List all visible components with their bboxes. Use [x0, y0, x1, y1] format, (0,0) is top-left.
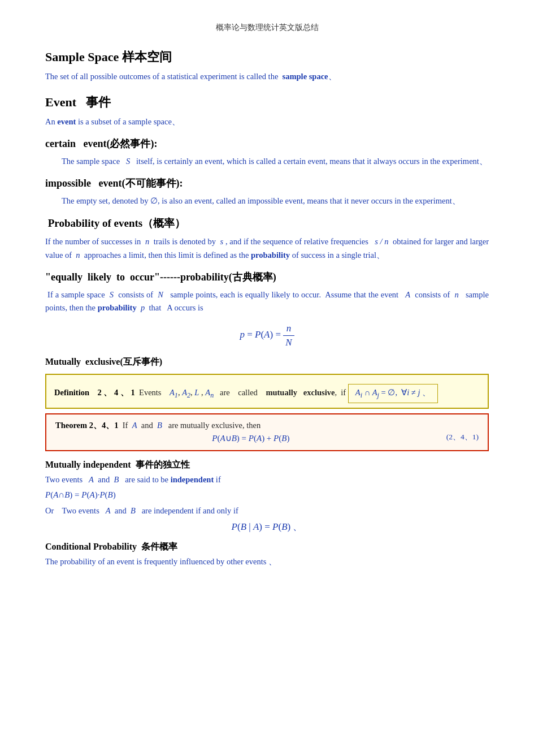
section-equally-likely: "equally likely to occur"------probabili… [45, 270, 489, 349]
heading-certain-event: certain event(必然事件): [45, 137, 489, 150]
section-sample-space: Sample Space 样本空间 The set of all possibl… [45, 49, 489, 84]
body-conditional-probability: The probability of an event is frequentl… [45, 555, 489, 569]
theorem-ref: (2、4、1) [446, 432, 479, 442]
definition-box: Definition 2 、 4 、 1 Events A1, A2, L , … [45, 374, 489, 409]
formula-independent-2: P(B | A) = P(B) 、 [45, 520, 489, 533]
body-certain-event: The sample space S itself, is certainly … [45, 155, 489, 169]
bold-sample-space: sample space [283, 72, 328, 81]
body-equally-likely: If a sample space S consists of N sample… [45, 288, 489, 316]
page-title: 概率论与数理统计英文版总结 [45, 23, 489, 33]
section-mutually-independent: Mutually independent 事件的独立性 Two events A… [45, 459, 489, 533]
section-event: Event 事件 An event is a subset of a sampl… [45, 94, 489, 129]
heading-event: Event 事件 [45, 94, 489, 111]
heading-impossible-event: impossible event(不可能事件): [45, 176, 489, 190]
body-event: An event is a subset of a sample space、 [45, 115, 489, 129]
theorem-box-mutually-exclusive: Theorem 2、4、1 If A and B are mutually ex… [45, 413, 489, 451]
heading-equally-likely: "equally likely to occur"------probabili… [45, 270, 489, 284]
formula-pA: p = P(A) = n N [45, 323, 489, 348]
heading-conditional-probability: Conditional Probability 条件概率 [45, 541, 489, 553]
body-probability: If the number of successes in n trails i… [45, 235, 489, 262]
section-probability: Probability of events（概率） If the number … [45, 216, 489, 262]
section-impossible-event: impossible event(不可能事件): The empty set, … [45, 176, 489, 208]
var-S: S [126, 157, 130, 166]
heading-mutually-independent: Mutually independent 事件的独立性 [45, 459, 489, 471]
formula-theorem-mutually-exclusive: P(A∪B) = P(A) + P(B) (2、4、1) [55, 433, 479, 443]
body-impossible-event: The empty set, denoted by ∅, is also an … [45, 195, 489, 208]
body-independent-2: Or Two events A and B are independent if… [45, 504, 489, 518]
section-conditional-probability: Conditional Probability 条件概率 The probabi… [45, 541, 489, 569]
section-mutually-exclusive: Mutually exclusive(互斥事件) Definition 2 、 … [45, 356, 489, 451]
section-certain-event: certain event(必然事件): The sample space S … [45, 137, 489, 169]
bold-event: event [57, 117, 76, 126]
formula-independent-1: P(A∩B) = P(A)·P(B) [45, 490, 489, 500]
formula-mutually-exclusive-set: Ai ∩ Aj = ∅, ∀i ≠ j 、 [355, 388, 431, 397]
body-independent-1: Two events A and B are said to be indepe… [45, 473, 489, 487]
heading-sample-space: Sample Space 样本空间 [45, 49, 489, 66]
heading-probability: Probability of events（概率） [45, 216, 489, 231]
body-sample-space: The set of all possible outcomes of a st… [45, 70, 489, 84]
heading-mutually-exclusive: Mutually exclusive(互斥事件) [45, 356, 489, 368]
